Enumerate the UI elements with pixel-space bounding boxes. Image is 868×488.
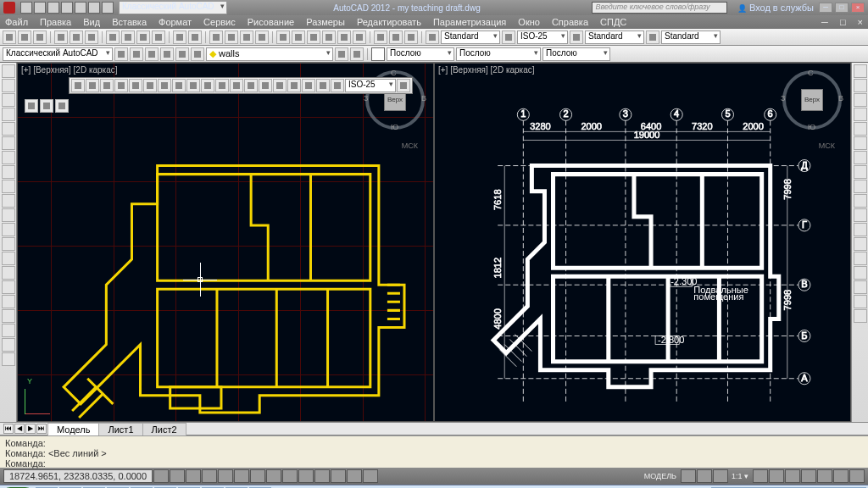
- hatch2-icon[interactable]: [2, 151, 15, 164]
- join-icon[interactable]: [854, 237, 867, 251]
- region-icon[interactable]: [2, 223, 15, 236]
- layeriso-icon[interactable]: [145, 47, 159, 61]
- mirror-icon[interactable]: [854, 93, 867, 107]
- mtext-a-icon[interactable]: A: [426, 30, 439, 44]
- qat-undo-icon[interactable]: [88, 2, 100, 14]
- dimjogline-icon[interactable]: [287, 79, 301, 92]
- ray-icon[interactable]: [2, 194, 15, 208]
- rectangle-icon[interactable]: [2, 122, 15, 136]
- cleanscreen-icon[interactable]: [849, 469, 865, 483]
- viewport-right[interactable]: [+] [Верхняя] [2D каркас] Верх С Ю В З М…: [434, 63, 851, 422]
- polygon-icon[interactable]: [2, 266, 15, 280]
- dimstyle-icon[interactable]: [502, 30, 515, 44]
- qat-print-icon[interactable]: [75, 2, 86, 14]
- dimtedit-icon[interactable]: [316, 79, 330, 92]
- ws-switch-icon[interactable]: [785, 469, 800, 483]
- hardware-accel-icon[interactable]: [817, 469, 832, 483]
- dimbaseline-icon[interactable]: [186, 79, 200, 92]
- fillet-icon[interactable]: [854, 266, 867, 280]
- stretch-icon[interactable]: [854, 180, 867, 193]
- qat-save-icon[interactable]: [47, 2, 59, 14]
- matchprop-icon[interactable]: [152, 30, 165, 44]
- extend-icon[interactable]: [854, 208, 867, 222]
- new-icon[interactable]: [3, 30, 16, 44]
- text-style-combo[interactable]: Standard: [441, 30, 500, 44]
- dimstylectl-icon[interactable]: [397, 79, 410, 92]
- maximize-button[interactable]: □: [835, 3, 849, 13]
- pline-icon[interactable]: [2, 79, 15, 92]
- sign-in-link[interactable]: 👤 Вход в службы: [737, 3, 814, 13]
- properties-icon[interactable]: [276, 30, 290, 44]
- minimize-button[interactable]: ─: [819, 3, 832, 13]
- dimedit-icon[interactable]: [302, 79, 315, 92]
- print-icon[interactable]: [54, 30, 68, 44]
- tolerance-icon[interactable]: [244, 79, 258, 92]
- menu-spds[interactable]: СПДС: [600, 17, 626, 27]
- break-icon[interactable]: [854, 223, 867, 236]
- gradient-icon[interactable]: [2, 338, 15, 352]
- dimupdate-icon[interactable]: [331, 79, 344, 92]
- quickview-icon[interactable]: [681, 469, 696, 483]
- save-icon[interactable]: [33, 30, 47, 44]
- align-icon[interactable]: [854, 295, 867, 308]
- gridmode-icon[interactable]: [170, 469, 185, 483]
- doc-close-button[interactable]: ×: [858, 17, 863, 27]
- dimjogged-icon[interactable]: [158, 79, 171, 92]
- dim-style-combo[interactable]: ISO-25: [517, 30, 568, 44]
- menu-modify[interactable]: Редактировать: [357, 17, 421, 27]
- layerlock-icon[interactable]: [191, 47, 204, 61]
- coords-readout[interactable]: 18724.9651, 23238.0335, 0.0000: [3, 469, 153, 483]
- layer-combo[interactable]: ◆ walls: [206, 47, 333, 61]
- annoscale-value[interactable]: 1:1 ▾: [732, 472, 748, 480]
- layerprops-icon[interactable]: [114, 47, 128, 61]
- move-icon[interactable]: [854, 136, 867, 150]
- dimcontinue-icon[interactable]: [201, 79, 214, 92]
- vp-right-label[interactable]: [+] [Верхняя] [2D каркас]: [438, 65, 535, 75]
- point-icon[interactable]: [2, 208, 15, 222]
- tab-model[interactable]: Модель: [47, 423, 99, 435]
- doc-restore-button[interactable]: □: [840, 17, 846, 27]
- qat-open-icon[interactable]: [34, 2, 46, 14]
- copy-obj-icon[interactable]: [854, 79, 867, 92]
- qp-icon[interactable]: [331, 469, 346, 483]
- text-icon[interactable]: [2, 352, 15, 366]
- helix-icon[interactable]: [2, 324, 15, 337]
- annoscale-icon[interactable]: [713, 469, 728, 483]
- array-icon[interactable]: [854, 122, 867, 136]
- otrack-icon[interactable]: [250, 469, 265, 483]
- qat-redo-icon[interactable]: [102, 2, 114, 14]
- tab-first-icon[interactable]: ⏮: [3, 424, 14, 434]
- zoom-icon[interactable]: [225, 30, 238, 44]
- quickview2-icon[interactable]: [697, 469, 712, 483]
- erase-icon[interactable]: [854, 64, 867, 78]
- search-input[interactable]: Введите ключевое слово/фразу: [592, 2, 727, 14]
- sheetset-icon[interactable]: [322, 30, 336, 44]
- command-line[interactable]: Команда: Команда: <Вес линий > Команда:: [0, 435, 868, 468]
- mleader-style-combo[interactable]: Standard: [661, 30, 721, 44]
- circle-icon[interactable]: [2, 93, 15, 107]
- explode-icon[interactable]: [854, 280, 867, 294]
- diminspect-icon[interactable]: [273, 79, 287, 92]
- markup-icon[interactable]: [337, 30, 351, 44]
- xline-icon[interactable]: [2, 180, 15, 193]
- am-icon[interactable]: [363, 469, 378, 483]
- tab-layout2[interactable]: Лист2: [142, 423, 186, 435]
- polarmode-icon[interactable]: [202, 469, 217, 483]
- toolbar-lock-icon[interactable]: [801, 469, 816, 483]
- isolate-icon[interactable]: [833, 469, 849, 483]
- viewcube-right[interactable]: Верх С Ю В З: [782, 70, 842, 130]
- arc-icon[interactable]: [2, 108, 15, 121]
- dimradius-icon[interactable]: [129, 79, 142, 92]
- menu-file[interactable]: Файл: [5, 17, 28, 27]
- dimlinear-icon[interactable]: [71, 79, 85, 92]
- vp-left-label[interactable]: [+] [Верхняя] [2D каркас]: [21, 65, 118, 75]
- qat-saveas-icon[interactable]: [61, 2, 73, 14]
- redo-icon[interactable]: [188, 30, 202, 44]
- layerstate-icon[interactable]: [130, 47, 143, 61]
- menu-window[interactable]: Окно: [518, 17, 540, 27]
- table-icon[interactable]: [404, 30, 418, 44]
- qcalc-icon[interactable]: [353, 30, 366, 44]
- dimarc-icon[interactable]: [114, 79, 128, 92]
- tab-next-icon[interactable]: ▶: [25, 424, 36, 434]
- modelspace-toggle[interactable]: МОДЕЛЬ: [644, 472, 676, 480]
